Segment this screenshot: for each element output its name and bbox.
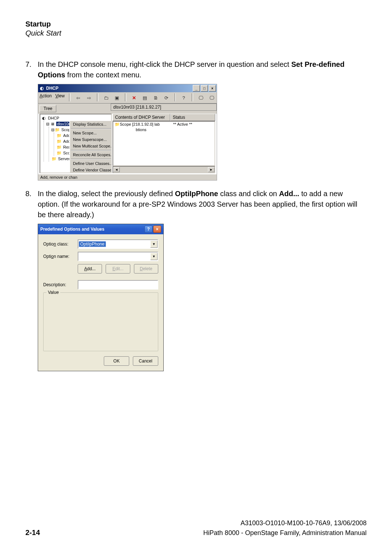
maximize-button[interactable]: □ (201, 85, 208, 92)
forward-button[interactable]: ⇨ (86, 93, 93, 102)
list-row-options[interactable]: btions (136, 127, 146, 132)
step-8-part1: In the dialog, select the previously def… (38, 190, 175, 198)
dialog-title: Predefined Options and Values (40, 227, 105, 232)
page-header-title: Startup (25, 20, 367, 28)
horizontal-scrollbar[interactable]: ◄ ► (113, 166, 215, 173)
value-groupbox: Value (43, 292, 158, 351)
monitor-icon-2[interactable]: 🖵 (208, 93, 215, 102)
option-class-value: OptiIpPhone (79, 241, 106, 247)
folder-icon: 📁 (56, 133, 62, 138)
predefined-options-dialog: Predefined Options and Values ? × Option… (38, 224, 164, 371)
add-button[interactable]: Add... (78, 264, 102, 274)
delete-icon[interactable]: ✕ (131, 93, 138, 102)
ctx-new-superscope[interactable]: New Superscope... (70, 136, 112, 143)
menu-bar: Action View ⇦ ⇨ 🗀 ▣ ✕ ▤ 🗎 ⟳ ? 🖵 🖵 (38, 92, 217, 104)
step-8-bold2: Add... (279, 190, 299, 198)
folder-icon: 📁 (56, 150, 62, 155)
folder-icon: 📁 (51, 156, 57, 161)
delete-button[interactable]: Delete (134, 264, 158, 274)
ctx-define-vendor[interactable]: Define Vendor Classes... (70, 167, 112, 173)
page-footer: A31003-O1010-M100-10-76A9, 13/06/2008 2-… (25, 519, 367, 537)
monitor-icon[interactable]: 🖵 (197, 93, 205, 102)
step-7-text: In the DHCP console menu, right-click th… (38, 59, 367, 80)
step-7-part2: from the context menu. (65, 71, 142, 79)
app-icon: ◐ (39, 85, 45, 91)
window-title: DHCP (46, 86, 58, 91)
menu-action[interactable]: Action (40, 93, 52, 102)
toolbar-icon-2[interactable]: 🗎 (152, 93, 159, 102)
menu-view[interactable]: View (55, 93, 65, 102)
dropdown-arrow-icon[interactable]: ▼ (150, 253, 158, 260)
step-8-text: In the dialog, select the previously def… (38, 189, 367, 220)
toolbar-icon[interactable]: ▣ (114, 93, 121, 102)
folder-icon: 📁 (56, 139, 62, 144)
close-button[interactable]: × (153, 226, 161, 233)
ctx-display-statistics[interactable]: Display Statistics... (70, 121, 112, 127)
dropdown-arrow-icon[interactable]: ▼ (150, 240, 158, 248)
ctx-define-user[interactable]: Define User Classes... (70, 160, 112, 167)
col-status[interactable]: Status (170, 114, 215, 121)
help-button[interactable]: ? (144, 226, 152, 233)
option-name-combobox[interactable]: ▼ (78, 252, 158, 261)
scope-item-icon: 📁 (115, 122, 120, 127)
ctx-reconcile[interactable]: Reconcile All Scopes... (70, 151, 112, 158)
back-button[interactable]: ⇦ (75, 93, 82, 102)
context-menu: Display Statistics... New Scope... New S… (69, 120, 112, 173)
footer-line1: A31003-O1010-M100-10-76A9, 13/06/2008 (25, 519, 367, 527)
page-header-subtitle: Quick Start (25, 29, 367, 37)
folder-icon: 📁 (56, 145, 62, 150)
dhcp-console-screenshot: ◐ DHCP _ □ × Action View ⇦ ⇨ 🗀 ▣ ✕ ▤ 🗎 ⟳… (38, 84, 217, 181)
cancel-button[interactable]: Cancel (133, 356, 158, 366)
dhcp-root-icon: ◐ (41, 116, 47, 121)
label-description: Description: (43, 282, 78, 287)
help-icon[interactable]: ? (180, 93, 187, 102)
tree-pane[interactable]: ◐DHCP ⊟🖥dlsv10nr03 [218.1.92.27] ⊟📁Scope… (40, 114, 112, 173)
label-option-class: Option class: (43, 242, 78, 247)
groupbox-legend: Value (46, 290, 60, 295)
footer-line2: HiPath 8000 - OpenStage Family, Administ… (203, 529, 367, 537)
scroll-right-icon[interactable]: ► (208, 167, 215, 172)
col-contents[interactable]: Contents of DHCP Server (113, 114, 170, 121)
dialog-titlebar: Predefined Options and Values ? × (38, 224, 163, 234)
ok-button[interactable]: OK (104, 356, 129, 366)
close-button[interactable]: × (209, 85, 216, 92)
step-7-part1: In the DHCP console menu, right-click th… (38, 60, 291, 68)
props-icon[interactable]: ▤ (142, 93, 149, 102)
step-8-part2: class and click on (218, 190, 279, 198)
server-icon: 🖥 (49, 121, 55, 126)
page-number: 2-14 (25, 528, 40, 537)
up-icon[interactable]: 🗀 (103, 93, 110, 102)
ctx-new-scope[interactable]: New Scope... (70, 130, 112, 136)
tree-root[interactable]: DHCP (48, 116, 59, 120)
window-titlebar: ◐ DHCP _ □ × (38, 84, 217, 92)
list-row-status: ** Active ** (173, 122, 213, 127)
ctx-new-multicast[interactable]: New Multicast Scope... (70, 143, 112, 149)
right-pane-label: dlsv10nr03 [218.1.92.27] (111, 104, 217, 111)
folder-icon: 📁 (54, 127, 60, 132)
status-bar: Add, remove or chan (38, 174, 217, 180)
minimize-button[interactable]: _ (193, 85, 200, 92)
refresh-icon[interactable]: ⟳ (163, 93, 170, 102)
list-row-scope[interactable]: Scope [218.1.92.0] lab (120, 122, 173, 127)
description-input[interactable] (78, 280, 158, 289)
scroll-left-icon[interactable]: ◄ (113, 167, 120, 172)
step-8-number: 8. (25, 189, 38, 220)
tree-tab[interactable]: Tree (40, 105, 56, 112)
edit-button[interactable]: Edit... (106, 264, 130, 274)
step-7-number: 7. (25, 59, 38, 80)
option-class-combobox[interactable]: OptiIpPhone ▼ (78, 239, 158, 249)
label-option-name: Option name: (43, 254, 78, 259)
step-8-bold1: OptiIpPhone (175, 190, 218, 198)
list-header: Contents of DHCP Server Status (113, 114, 215, 121)
list-body[interactable]: 📁 Scope [218.1.92.0] lab ** Active ** bt… (113, 121, 215, 166)
